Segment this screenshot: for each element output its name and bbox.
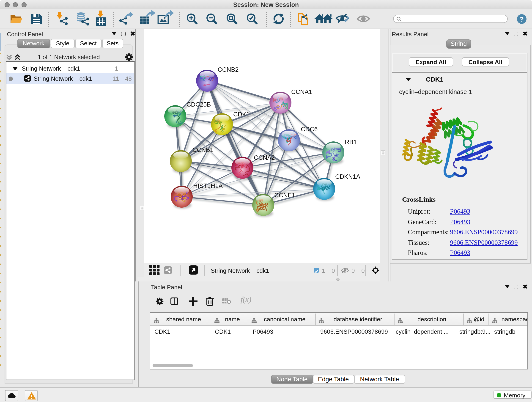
svg-text:CDC6: CDC6	[301, 126, 318, 133]
svg-text:CDC25B: CDC25B	[186, 101, 211, 108]
svg-text:CCNA1: CCNA1	[291, 89, 312, 95]
svg-text:CDKN1A: CDKN1A	[335, 173, 360, 180]
svg-text:CDK1: CDK1	[233, 111, 250, 118]
svg-text:CCNE1: CCNE1	[274, 192, 295, 199]
svg-text:RB1: RB1	[345, 139, 357, 146]
svg-text:CCNA2: CCNA2	[254, 154, 275, 161]
svg-text:CCNB1: CCNB1	[192, 147, 214, 153]
svg-text:CCNB2: CCNB2	[218, 66, 239, 73]
svg-text:HIST1H1A: HIST1H1A	[193, 182, 223, 189]
